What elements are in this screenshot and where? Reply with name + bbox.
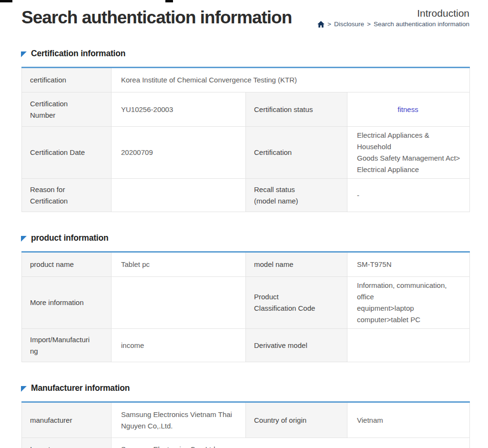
section-product-info: product information product name Tablet … [21,233,469,362]
cell-label-certification: certification [22,68,112,92]
breadcrumb-separator: > [327,20,331,28]
table-row: Certification Number YU10256-20003 Certi… [22,92,470,127]
product-table: product name Tablet pc model name SM-T97… [21,251,470,362]
cell-label-model-name: model name [246,252,347,277]
cell-label-certification-number: Certification Number [22,92,112,127]
cell-value-importer: Samsung Electronics Co., Ltd. [112,438,470,448]
cell-label-country-of-origin: Country of origin [246,402,347,438]
cell-label-recall-status: Recall status (model name) [246,179,347,212]
table-row: Reason for Certification Recall status (… [22,179,470,212]
table-row: More information Product Classification … [22,277,470,329]
cell-label-product-name: product name [22,252,112,277]
section-marker-icon [21,236,27,242]
breadcrumb-separator: > [367,20,371,28]
certification-search-page: Search authentication information Introd… [0,0,488,448]
section-heading: product information [21,233,469,243]
screenshot-artifact [165,0,173,2]
section-heading: Certification information [21,49,469,59]
cell-label-more-information: More information [22,277,112,329]
section-marker-icon [21,386,27,392]
cell-label-certification-status: Certification status [246,92,347,127]
table-row: product name Tablet pc model name SM-T97… [22,252,470,277]
page-title: Search authentication information [21,7,292,29]
table-row: manufacturer Samsung Electronics Vietnam… [22,402,470,438]
cell-label-reason-for-certification: Reason for Certification [22,179,112,212]
cell-value-more-information [112,277,246,329]
cell-value-recall-status: - [347,179,470,212]
section-heading-label: product information [31,233,108,243]
cell-label-manufacturer: manufacturer [22,402,112,438]
cell-value-import-manufacturing: income [112,329,246,362]
page-header: Search authentication information Introd… [21,7,469,29]
cell-value-certification-number: YU10256-20003 [112,92,246,127]
intro-link[interactable]: Introduction [317,7,469,19]
section-certification-info: Certification information certification … [21,49,469,212]
breadcrumb-item-disclosure[interactable]: Disclosure [334,20,364,28]
cell-value-reason-for-certification [112,179,246,212]
cell-value-certification: Korea Institute of Chemical Convergence … [112,68,470,92]
section-marker-icon [21,51,27,57]
cell-value-derivative-model [347,329,470,362]
cell-value-country-of-origin: Vietnam [347,402,470,438]
table-row: certification Korea Institute of Chemica… [22,68,470,92]
section-heading-label: Manufacturer information [31,383,130,393]
section-heading: Manufacturer information [21,383,469,393]
cell-label-certification-act: Certification [246,127,347,179]
breadcrumb-item-current: Search authentication information [374,20,469,28]
section-heading-label: Certification information [31,49,125,59]
header-nav: Introduction > Disclosure > Search authe… [317,7,469,29]
cell-label-product-classification-code: Product Classification Code [246,277,347,329]
table-row: Importer Samsung Electronics Co., Ltd. [22,438,470,448]
screenshot-artifact [0,0,12,2]
manufacturer-table: manufacturer Samsung Electronics Vietnam… [21,401,470,448]
certification-status-link[interactable]: fitness [347,92,470,127]
cell-label-import-manufacturing: Import/Manufacturi ng [22,329,112,362]
home-icon[interactable] [317,21,325,28]
cell-value-model-name: SM-T975N [347,252,470,277]
cell-value-certification-date: 20200709 [112,127,246,179]
cell-label-certification-date: Certification Date [22,127,112,179]
cell-value-product-classification-code: Information, communication, office equip… [347,277,470,329]
cell-label-derivative-model: Derivative model [246,329,347,362]
cell-value-certification-act: Electrical Appliances & Household Goods … [347,127,470,179]
breadcrumb: > Disclosure > Search authentication inf… [317,20,469,28]
cell-value-product-name: Tablet pc [112,252,246,277]
table-row: Import/Manufacturi ng income Derivative … [22,329,470,362]
cell-label-importer: Importer [22,438,112,448]
cell-value-manufacturer: Samsung Electronics Vietnam Thai Nguyen … [112,402,246,438]
section-manufacturer-info: Manufacturer information manufacturer Sa… [21,383,469,448]
table-row: Certification Date 20200709 Certificatio… [22,127,470,179]
certification-table: certification Korea Institute of Chemica… [21,67,470,212]
